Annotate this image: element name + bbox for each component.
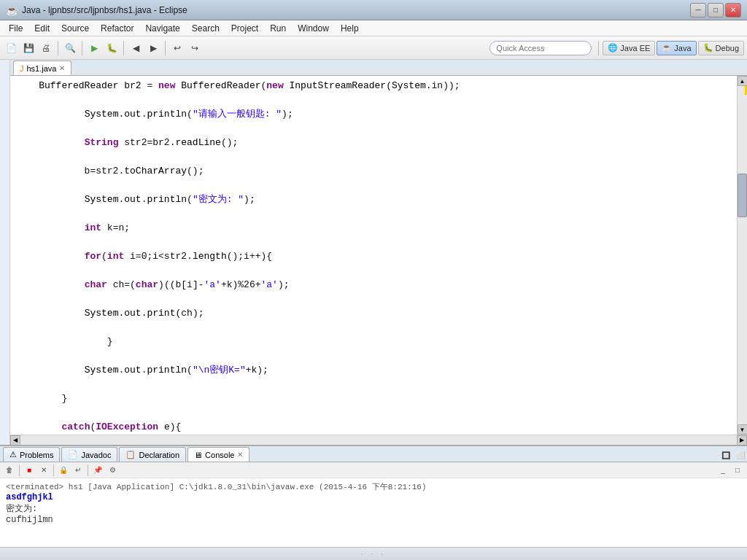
- declaration-label: Declaration: [139, 451, 179, 459]
- scroll-track[interactable]: [738, 86, 747, 424]
- main-editor: J hs1.java ✕ BufferedReader br2 = new Bu…: [10, 60, 747, 445]
- toolbar-sep1: [58, 41, 58, 55]
- toolbar-sep3: [123, 41, 124, 55]
- console-clear[interactable]: 🗑: [3, 464, 16, 477]
- perspective-java[interactable]: ☕ Java: [657, 41, 696, 55]
- bottom-minimize[interactable]: 🔲: [719, 448, 732, 462]
- status-center-dots: · · ·: [361, 550, 386, 558]
- toolbar-sep2: [82, 41, 82, 55]
- toolbar-back[interactable]: ◀: [128, 40, 144, 56]
- window-title: Java - ljpnbsr/src/ljpnbsr/hs1.java - Ec…: [22, 5, 690, 15]
- toolbar-sep4: [165, 41, 166, 55]
- horizontal-scrollbar[interactable]: ◀ ▶: [10, 435, 747, 445]
- btool-maximize[interactable]: □: [731, 464, 744, 477]
- toolbar: 📄 💾 🖨 🔍 ▶ 🐛 ◀ ▶ ↩ ↪ 🌐 Java EE ☕ Java 🐛 D…: [0, 36, 747, 60]
- toolbar-debug[interactable]: 🐛: [104, 40, 120, 56]
- code-container: BufferedReader br2 = new BufferedReader(…: [10, 76, 747, 435]
- console-label: Console: [205, 451, 234, 459]
- tab-console[interactable]: 🖥 Console ✕: [187, 447, 249, 462]
- bottom-maximize[interactable]: ⬜: [734, 448, 747, 462]
- menu-edit[interactable]: Edit: [28, 22, 55, 35]
- btool-sep2: [53, 464, 54, 476]
- scroll-left-arrow[interactable]: ◀: [10, 435, 20, 446]
- window-controls: ─ □ ✕: [690, 3, 741, 18]
- console-output: <terminated> hs1 [Java Application] C:\j…: [0, 478, 747, 547]
- console-word-wrap[interactable]: ↵: [71, 464, 85, 477]
- btool-sep3: [88, 464, 88, 476]
- javaee-label: Java EE: [620, 44, 650, 52]
- quick-access-area: [489, 41, 592, 55]
- javaee-icon: 🌐: [608, 43, 618, 52]
- close-button[interactable]: ✕: [725, 3, 741, 18]
- console-line2: 密文为:: [6, 502, 741, 515]
- bottom-right-btns: _ □: [716, 464, 744, 477]
- title-bar: ☕ Java - ljpnbsr/src/ljpnbsr/hs1.java - …: [0, 0, 747, 20]
- console-line3: cufhijlmn: [6, 515, 741, 525]
- toolbar-print[interactable]: 🖨: [38, 40, 54, 56]
- vertical-scrollbar[interactable]: ▲ ▼: [737, 76, 747, 435]
- toolbar-search1[interactable]: 🔍: [62, 40, 78, 56]
- toolbar-redo[interactable]: ↪: [187, 40, 203, 56]
- console-scroll-lock[interactable]: 🔒: [57, 464, 70, 477]
- menu-project[interactable]: Project: [225, 22, 264, 35]
- console-icon: 🖥: [194, 451, 202, 459]
- app-icon: ☕: [6, 4, 18, 16]
- console-line1: asdfghjkl: [6, 492, 741, 502]
- debug-icon: 🐛: [703, 43, 713, 52]
- btool-minimize[interactable]: _: [716, 464, 729, 477]
- maximize-button[interactable]: □: [708, 3, 724, 18]
- console-status-line: <terminated> hs1 [Java Application] C:\j…: [6, 481, 741, 492]
- editor-tab-hs1[interactable]: J hs1.java ✕: [13, 61, 71, 75]
- quick-access-input[interactable]: [489, 41, 592, 55]
- tab-declaration[interactable]: 📋 Declaration: [119, 447, 186, 462]
- toolbar-new[interactable]: 📄: [3, 40, 19, 56]
- scroll-thumb[interactable]: [738, 174, 747, 217]
- bottom-tab-bar: ⚠ Problems 📄 Javadoc 📋 Declaration 🖥 Con…: [0, 446, 747, 462]
- menu-file[interactable]: File: [3, 22, 28, 35]
- debug-label: Debug: [716, 44, 739, 52]
- h-scroll-track[interactable]: [20, 435, 737, 445]
- console-terminate[interactable]: ■: [23, 464, 36, 477]
- toolbar-run[interactable]: ▶: [86, 40, 102, 56]
- editor-area: J hs1.java ✕ BufferedReader br2 = new Bu…: [0, 60, 747, 445]
- status-bar: · · ·: [0, 547, 747, 560]
- perspective-debug[interactable]: 🐛 Debug: [698, 41, 744, 55]
- editor-tab-bar: J hs1.java ✕: [10, 60, 747, 76]
- tab-problems[interactable]: ⚠ Problems: [3, 447, 60, 462]
- console-settings[interactable]: ⚙: [106, 464, 119, 477]
- code-editor[interactable]: BufferedReader br2 = new BufferedReader(…: [10, 76, 737, 435]
- menu-source[interactable]: Source: [55, 22, 95, 35]
- scroll-up-arrow[interactable]: ▲: [738, 76, 748, 86]
- menu-run[interactable]: Run: [264, 22, 292, 35]
- bottom-panel-controls: 🔲 ⬜: [719, 448, 747, 462]
- java-icon: ☕: [662, 43, 672, 52]
- menu-navigate[interactable]: Navigate: [139, 22, 185, 35]
- toolbar-save[interactable]: 💾: [20, 40, 36, 56]
- menu-search[interactable]: Search: [186, 22, 225, 35]
- java-label: Java: [674, 44, 691, 52]
- declaration-icon: 📋: [125, 450, 136, 459]
- toolbar-undo[interactable]: ↩: [169, 40, 185, 56]
- console-pin[interactable]: 📌: [91, 464, 104, 477]
- perspective-javaee[interactable]: 🌐 Java EE: [603, 41, 655, 55]
- toolbar-forward[interactable]: ▶: [145, 40, 161, 56]
- console-remove[interactable]: ✕: [37, 464, 50, 477]
- bottom-toolbar: 🗑 ■ ✕ 🔒 ↵ 📌 ⚙ _ □: [0, 462, 747, 478]
- status-content: · · ·: [6, 550, 741, 558]
- tab-javadoc[interactable]: 📄 Javadoc: [61, 447, 117, 462]
- problems-icon: ⚠: [9, 450, 17, 459]
- menu-window[interactable]: Window: [292, 22, 335, 35]
- menu-bar: File Edit Source Refactor Navigate Searc…: [0, 20, 747, 36]
- tab-close-icon[interactable]: ✕: [59, 64, 65, 72]
- menu-help[interactable]: Help: [335, 22, 365, 35]
- minimize-button[interactable]: ─: [690, 3, 706, 18]
- javadoc-label: Javadoc: [81, 451, 111, 459]
- problems-label: Problems: [20, 451, 53, 459]
- console-tab-close[interactable]: ✕: [237, 451, 243, 459]
- tab-label: hs1.java: [27, 64, 57, 73]
- javadoc-icon: 📄: [68, 450, 78, 459]
- scroll-down-arrow[interactable]: ▼: [738, 424, 748, 435]
- scroll-right-arrow[interactable]: ▶: [737, 435, 747, 446]
- menu-refactor[interactable]: Refactor: [95, 22, 139, 35]
- bottom-panel: ⚠ Problems 📄 Javadoc 📋 Declaration 🖥 Con…: [0, 445, 747, 547]
